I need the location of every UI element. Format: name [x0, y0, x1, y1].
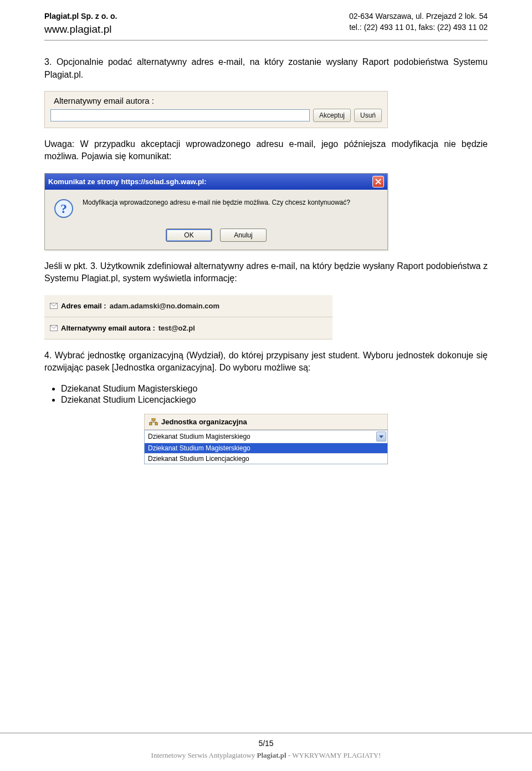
footer-post: - WYKRYWAMY PLAGIATY! [287, 751, 381, 759]
section-3-text: 3. Opcjonalnie podać alternatywny adres … [44, 56, 488, 81]
question-icon: ? [54, 199, 74, 219]
dropdown-option[interactable]: Dziekanat Studium Licencjackiego [145, 453, 387, 464]
email-address-value: adam.adamski@no.domain.com [110, 302, 219, 310]
confirm-dialog: Komunikat ze strony https://solad.sgh.wa… [44, 173, 388, 250]
remove-button[interactable]: Usuń [354, 109, 382, 122]
footer-bold: Plagiat.pl [257, 751, 287, 759]
dialog-title-text: Komunikat ze strony https://solad.sgh.wa… [48, 177, 207, 186]
ok-button[interactable]: OK [166, 229, 212, 242]
dialog-message: Modyfikacja wprowadzonego adresu e-mail … [83, 199, 350, 206]
dropdown-options: Dziekanat Studium Magisterskiego Dziekan… [145, 443, 387, 464]
svg-rect-7 [152, 418, 155, 420]
company-address: 02-634 Warszawa, ul. Przejazd 2 lok. 54 [349, 12, 488, 21]
if-defined-text: Jeśli w pkt. 3. Użytkownik zdefiniował a… [44, 260, 488, 285]
document-page: Plagiat.pl Sp. z o. o. www.plagiat.pl 02… [0, 0, 532, 771]
email-address-label: Adres email : [61, 302, 106, 310]
dropdown-selected-value: Dziekanat Studium Magisterskiego [148, 433, 250, 440]
dropdown-select[interactable]: Dziekanat Studium Magisterskiego Dziekan… [144, 430, 388, 464]
dropdown-header: Jednostka organizacyjna [144, 414, 388, 430]
svg-rect-11 [155, 423, 158, 425]
close-icon[interactable] [372, 176, 384, 187]
bullet-item: Dziekanat Studium Licencjackiego [61, 395, 488, 405]
alt-email-panel: Alternatywny email autora : Akceptuj Usu… [44, 91, 388, 128]
email-row-alt: Alternatywny email autora : test@o2.pl [44, 317, 332, 339]
svg-rect-10 [149, 423, 152, 425]
alt-email-input[interactable] [50, 109, 310, 121]
accept-button[interactable]: Akceptuj [313, 109, 351, 122]
section-4-text: 4. Wybrać jednostkę organizacyjną (Wydzi… [44, 349, 488, 374]
company-name: Plagiat.pl Sp. z o. o. [44, 12, 117, 21]
email-info-panel: Adres email : adam.adamski@no.domain.com… [44, 295, 332, 339]
page-footer: 5/15 Internetowy Serwis Antyplagiatowy P… [0, 733, 532, 760]
chevron-down-icon[interactable] [376, 432, 386, 442]
dropdown-option[interactable]: Dziekanat Studium Magisterskiego [145, 443, 387, 453]
header-right: 02-634 Warszawa, ul. Przejazd 2 lok. 54 … [349, 11, 488, 37]
alt-email-label: Alternatywny email autora : [61, 324, 155, 332]
dialog-titlebar: Komunikat ze strony https://solad.sgh.wa… [45, 174, 387, 190]
org-unit-dropdown: Jednostka organizacyjna Dziekanat Studiu… [144, 414, 388, 464]
bullet-item: Dziekanat Studium Magisterskiego [61, 384, 488, 394]
company-phone: tel.: (22) 493 11 01, faks: (22) 493 11 … [349, 23, 488, 32]
footer-line: Internetowy Serwis Antyplagiatowy Plagia… [0, 751, 532, 760]
company-url: www.plagiat.pl [44, 23, 111, 35]
alt-email-label: Alternatywny email autora : [54, 96, 154, 105]
mail-icon [50, 325, 58, 331]
footer-pre: Internetowy Serwis Antyplagiatowy [151, 751, 257, 759]
alt-email-value: test@o2.pl [158, 324, 195, 332]
mail-icon [50, 303, 58, 309]
page-number: 5/15 [0, 739, 532, 748]
unit-bullets: Dziekanat Studium Magisterskiego Dziekan… [61, 384, 488, 405]
svg-text:?: ? [60, 201, 67, 216]
cancel-button[interactable]: Anuluj [220, 229, 267, 242]
page-header: Plagiat.pl Sp. z o. o. www.plagiat.pl 02… [44, 11, 488, 40]
svg-marker-12 [379, 435, 383, 438]
org-icon [149, 418, 158, 426]
dropdown-header-label: Jednostka organizacyjna [161, 418, 247, 426]
header-left: Plagiat.pl Sp. z o. o. www.plagiat.pl [44, 11, 117, 37]
email-row-address: Adres email : adam.adamski@no.domain.com [44, 295, 332, 317]
warning-text: Uwaga: W przypadku akceptacji wprowadzon… [44, 138, 488, 163]
